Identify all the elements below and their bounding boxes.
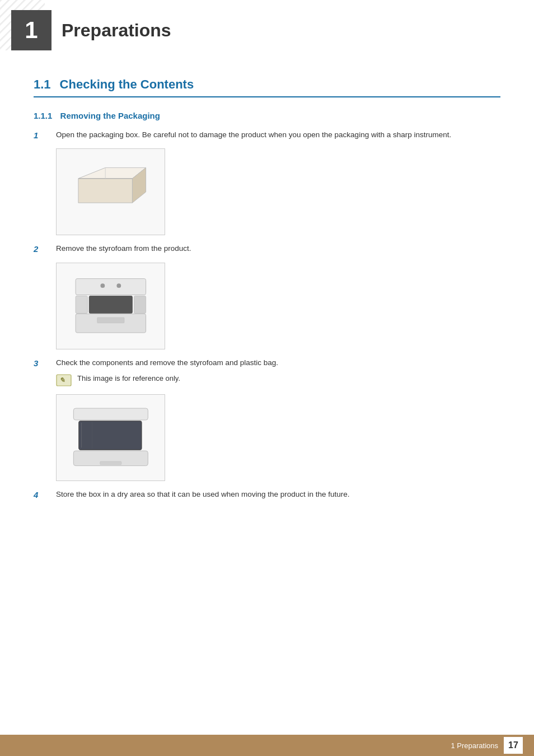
svg-text:✎: ✎ [59, 376, 65, 384]
svg-rect-8 [76, 314, 146, 333]
svg-rect-15 [97, 318, 124, 323]
svg-rect-19 [73, 408, 148, 420]
svg-rect-24 [100, 461, 121, 465]
step-2-number: 2 [34, 244, 56, 254]
svg-rect-11 [76, 296, 87, 314]
section-number: 1.1 [34, 77, 51, 92]
svg-point-14 [116, 283, 121, 288]
chapter-header: 1 Preparations [0, 0, 534, 60]
step-2-text: Remove the styrofoam from the product. [56, 243, 500, 254]
step-3-text: Check the components and remove the styr… [56, 357, 500, 368]
svg-point-13 [100, 283, 105, 288]
note-icon: ✎ [56, 374, 72, 386]
step-4-number: 4 [34, 490, 56, 500]
chapter-number: 1 [11, 10, 51, 50]
svg-rect-12 [134, 296, 146, 314]
footer-section-label: 1 Preparations [451, 741, 498, 750]
note-box: ✎ This image is for reference only. [56, 374, 500, 386]
step-4-text: Store the box in a dry area so that it c… [56, 489, 500, 500]
note-text: This image is for reference only. [77, 374, 180, 382]
main-content: 1.1 Checking the Contents 1.1.1 Removing… [0, 60, 534, 539]
image-box-2 [56, 263, 165, 349]
step-1: 1 Open the packaging box. Be careful not… [34, 129, 500, 141]
svg-rect-10 [89, 296, 132, 314]
step-1-number: 1 [34, 130, 56, 140]
step-4: 4 Store the box in a dry area so that it… [34, 489, 500, 500]
page-footer: 1 Preparations 17 [0, 735, 534, 756]
image-box-1 [56, 148, 165, 235]
step-3: 3 Check the components and remove the st… [34, 357, 500, 368]
svg-rect-21 [79, 421, 142, 450]
step-2: 2 Remove the styrofoam from the product. [34, 243, 500, 254]
subsection-number: 1.1.1 [34, 111, 52, 120]
section-heading: 1.1 Checking the Contents [34, 77, 500, 97]
chapter-title: Preparations [62, 20, 171, 41]
step-1-text: Open the packaging box. Be careful not t… [56, 129, 500, 141]
subsection-heading: 1.1.1 Removing the Packaging [34, 111, 500, 120]
image-box-3 [56, 394, 165, 481]
footer-page-number: 17 [504, 737, 523, 754]
svg-marker-2 [78, 179, 132, 203]
subsection-title: Removing the Packaging [60, 111, 160, 120]
section-title: Checking the Contents [60, 77, 194, 92]
step-3-number: 3 [34, 358, 56, 368]
svg-rect-9 [76, 279, 146, 295]
